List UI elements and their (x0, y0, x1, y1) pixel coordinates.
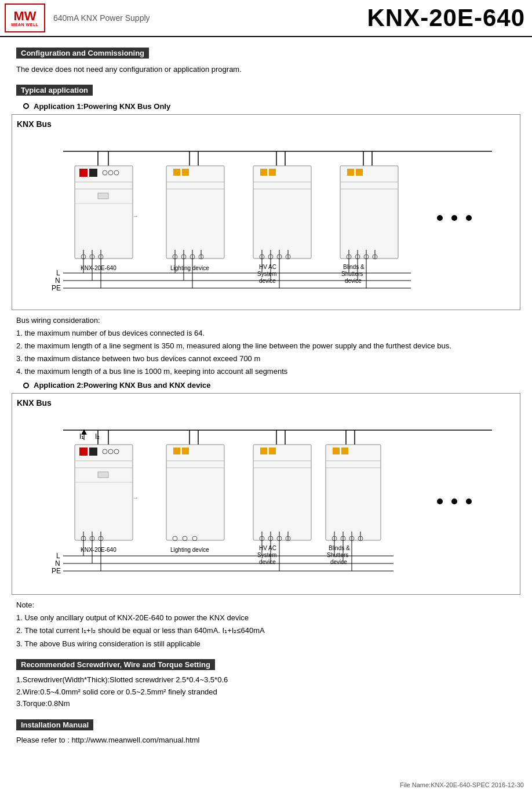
svg-text:PE: PE (52, 567, 61, 575)
svg-rect-7 (79, 169, 88, 177)
logo-text: MEAN WELL (12, 23, 39, 27)
svg-rect-136 (269, 448, 276, 454)
installation-title: Installation Manual (16, 719, 93, 730)
svg-text:device: device (259, 559, 276, 565)
svg-text:Blinds &: Blinds & (329, 545, 350, 551)
header-model: KNX-20E-640 (367, 4, 525, 32)
svg-text:→: → (133, 494, 139, 501)
note-2-2: 2. The total current I₁+I₂ should be equ… (16, 625, 516, 636)
svg-text:→: → (133, 213, 139, 219)
svg-text:Shutters: Shutters (341, 271, 363, 277)
svg-point-97 (466, 499, 472, 504)
svg-rect-105 (89, 448, 97, 456)
svg-rect-60 (340, 166, 398, 259)
svg-rect-134 (253, 445, 311, 540)
svg-rect-14 (98, 193, 108, 199)
header: MW MEAN WELL 640mA KNX Power Supply KNX-… (0, 0, 532, 37)
header-subtitle: 640mA KNX Power Supply (53, 13, 367, 23)
logo-mw: MW (13, 10, 36, 23)
rec-line-1: 1.Screwdriver(Width*Thick):Slotted screw… (16, 674, 516, 686)
svg-text:L: L (56, 269, 60, 277)
svg-rect-8 (89, 169, 97, 177)
svg-point-3 (466, 215, 472, 221)
recommended-section: Recommended Screwdriver, Wire and Torque… (6, 654, 526, 710)
svg-rect-135 (260, 448, 267, 454)
svg-rect-103 (75, 445, 133, 540)
config-section: Configuration and Commissioning The devi… (6, 43, 526, 75)
svg-point-2 (451, 215, 457, 221)
svg-text:device: device (330, 559, 347, 565)
note-2-3: 3. The above Bus wiring consideration is… (16, 638, 516, 650)
app1-notes: Bus wiring consideration: 1. the maximum… (16, 315, 516, 378)
svg-text:I₁: I₁ (79, 432, 84, 441)
config-title: Configuration and Commissioning (16, 48, 149, 59)
knx-bus-label-2: KNX Bus (17, 398, 52, 408)
note-1-2: 2. the maximum length of a line segment … (16, 340, 516, 352)
svg-text:System: System (257, 271, 276, 277)
note-2-1: 1. Use only ancillary output of KNX-20E-… (16, 612, 516, 624)
svg-text:Shutters: Shutters (327, 552, 348, 558)
rec-line-3: 3.Torque:0.8Nm (16, 698, 516, 710)
svg-rect-44 (269, 169, 276, 176)
svg-rect-124 (173, 448, 180, 454)
diagram1-svg: KNX-20E-640 → Lightin (17, 119, 515, 305)
knx-bus-label-1: KNX Bus (17, 119, 52, 129)
recommended-content: 1.Screwdriver(Width*Thick):Slotted screw… (16, 674, 516, 710)
svg-rect-26 (166, 166, 224, 259)
svg-rect-27 (173, 169, 180, 176)
svg-rect-43 (260, 169, 267, 176)
svg-rect-111 (98, 472, 108, 478)
svg-rect-28 (182, 169, 189, 176)
installation-section: Installation Manual Please refer to : ht… (6, 715, 526, 744)
svg-text:Blinds &: Blinds & (343, 264, 365, 270)
installation-text: Please refer to : http://www.meanwell.co… (16, 736, 516, 744)
svg-text:Lighting device: Lighting device (170, 547, 209, 553)
bullet-icon (23, 103, 29, 109)
svg-text:System: System (257, 552, 276, 558)
note-1-3: 3. the maximum distance between two bus … (16, 353, 516, 365)
app2-notes: Note: 1. Use only ancillary output of KN… (16, 599, 516, 650)
typical-section: Typical application Application 1:Poweri… (6, 80, 526, 650)
app1-title: Application 1:Powering KNX Bus Only (23, 102, 526, 111)
config-text: The device does not need any configurati… (16, 64, 516, 75)
svg-rect-123 (166, 445, 224, 540)
logo: MW MEAN WELL (5, 3, 45, 32)
footer-text: File Name:KNX-20E-640-SPEC 2016-12-30 (400, 781, 524, 788)
footer: File Name:KNX-20E-640-SPEC 2016-12-30 (400, 781, 524, 788)
svg-text:N: N (55, 559, 60, 568)
page: MW MEAN WELL 640mA KNX Power Supply KNX-… (0, 0, 532, 793)
svg-point-95 (437, 499, 443, 504)
notes-header-1: Bus wiring consideration: (16, 315, 516, 326)
svg-rect-61 (347, 169, 354, 176)
app2-title: Application 2:Powering KNX Bus and KNX d… (23, 381, 526, 390)
svg-rect-152 (326, 445, 381, 540)
svg-rect-153 (333, 448, 340, 454)
svg-text:Lighting device: Lighting device (170, 265, 209, 271)
svg-text:KNX-20E-640: KNX-20E-640 (81, 547, 116, 553)
svg-rect-42 (253, 166, 311, 259)
svg-rect-6 (75, 166, 133, 259)
diagram2: KNX Bus I₁ I₂ (12, 393, 520, 595)
svg-rect-104 (79, 448, 88, 456)
diagram2-svg: I₁ I₂ (17, 398, 515, 590)
recommended-title: Recommended Screwdriver, Wire and Torque… (16, 659, 215, 670)
svg-text:PE: PE (52, 284, 61, 292)
svg-point-96 (451, 499, 457, 504)
bullet-icon-2 (23, 383, 29, 388)
svg-point-1 (437, 215, 443, 221)
svg-rect-125 (182, 448, 189, 454)
svg-text:I₂: I₂ (95, 432, 100, 441)
svg-text:KNX-20E-640: KNX-20E-640 (81, 265, 116, 271)
note-1-4: 4. the maximum length of a bus line is 1… (16, 366, 516, 377)
note-1-1: 1. the maximum number of bus devices con… (16, 328, 516, 339)
svg-rect-154 (341, 448, 348, 454)
typical-title: Typical application (16, 85, 93, 96)
note-header-2: Note: (16, 599, 516, 611)
diagram1: KNX Bus (12, 114, 520, 310)
svg-text:L: L (56, 552, 60, 560)
svg-rect-62 (356, 169, 363, 176)
svg-text:N: N (55, 277, 60, 285)
rec-line-2: 2.Wire:0.5~4.0mm² solid core or 0.5~2.5m… (16, 686, 516, 699)
